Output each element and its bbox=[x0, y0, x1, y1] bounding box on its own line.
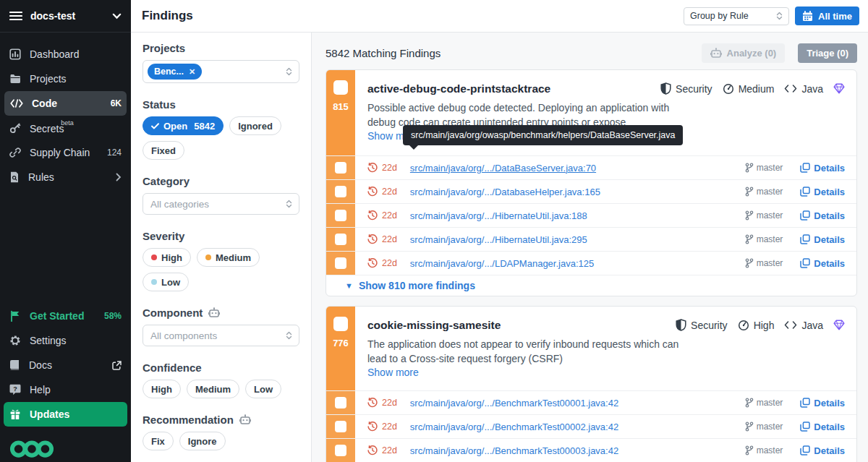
row-checkbox[interactable] bbox=[335, 257, 346, 269]
branch-label: master bbox=[745, 234, 783, 244]
severity-high-pill[interactable]: High bbox=[142, 248, 191, 267]
rule-name[interactable]: cookie-missing-samesite bbox=[367, 319, 676, 332]
details-link[interactable]: Details bbox=[800, 234, 845, 245]
key-icon bbox=[9, 122, 21, 134]
triage-button[interactable]: Triage (0) bbox=[798, 43, 857, 63]
branch-label: master bbox=[745, 258, 783, 268]
finding-file-link[interactable]: src/main/java/org/.../BenchmarkTest00003… bbox=[410, 445, 741, 456]
row-checkbox[interactable] bbox=[335, 421, 346, 432]
language-tag[interactable]: Java bbox=[784, 320, 823, 331]
details-link[interactable]: Details bbox=[800, 163, 845, 174]
rule-name[interactable]: active-debug-code-printstacktrace bbox=[367, 82, 660, 95]
sidebar-item-docs[interactable]: Docs bbox=[0, 353, 131, 377]
gem-pro-icon[interactable] bbox=[833, 320, 845, 330]
sidebar-item-updates[interactable]: Updates bbox=[4, 402, 127, 427]
sidebar-item-supply-chain[interactable]: Supply Chain 124 bbox=[0, 140, 131, 165]
sidebar-item-secrets[interactable]: Secrets beta bbox=[0, 116, 131, 140]
select-chevrons-icon bbox=[286, 67, 292, 76]
sidebar: docs-test Dashboard Projects Code 6K Sec… bbox=[0, 0, 131, 462]
severity-tag[interactable]: Medium bbox=[723, 83, 775, 95]
chevron-down-icon[interactable] bbox=[112, 13, 122, 20]
status-ignored-pill[interactable]: Ignored bbox=[229, 116, 281, 135]
row-checkbox[interactable] bbox=[335, 186, 346, 197]
row-checkbox[interactable] bbox=[335, 162, 346, 174]
finding-file-link[interactable]: src/main/java/org/.../HibernateUtil.java… bbox=[410, 210, 741, 221]
recommendation-fix-pill[interactable]: Fix bbox=[142, 432, 174, 450]
finding-file-link[interactable]: src/main/java/org/.../BenchmarkTest00001… bbox=[410, 398, 741, 408]
status-fixed-pill[interactable]: Fixed bbox=[142, 141, 184, 160]
gift-icon bbox=[9, 408, 21, 420]
sidebar-item-help[interactable]: ? Help bbox=[0, 377, 131, 402]
finding-file-link[interactable]: src/main/java/org/.../BenchmarkTest00002… bbox=[410, 422, 741, 432]
semgrep-logo[interactable] bbox=[9, 438, 131, 460]
show-more-findings[interactable]: ▼ Show 810 more findings bbox=[326, 275, 856, 296]
branch-label: master bbox=[745, 422, 783, 432]
confidence-high-pill[interactable]: High bbox=[142, 380, 181, 398]
details-link[interactable]: Details bbox=[800, 445, 845, 456]
recommendation-ignore-pill[interactable]: Ignore bbox=[179, 432, 226, 450]
filter-panel: Projects Benc...✕ Status Open5842 Ignore… bbox=[131, 33, 312, 462]
group-checkbox[interactable] bbox=[333, 317, 348, 331]
gem-pro-icon[interactable] bbox=[833, 83, 845, 94]
finding-file-link[interactable]: src/main/java/org/.../DatabaseHelper.jav… bbox=[410, 187, 741, 197]
finding-file-link[interactable]: src/main/java/org/.../DataBaseServer.jav… bbox=[410, 163, 741, 174]
svg-text:?: ? bbox=[13, 385, 17, 393]
sidebar-item-settings[interactable]: Settings bbox=[0, 328, 131, 353]
finding-file-link[interactable]: src/main/java/org/.../LDAPManager.java:1… bbox=[410, 258, 741, 269]
severity-medium-pill[interactable]: Medium bbox=[197, 248, 260, 267]
category-tag[interactable]: Security bbox=[660, 82, 712, 95]
window-details-icon bbox=[800, 187, 810, 197]
analyze-button[interactable]: Analyze (0) bbox=[702, 43, 786, 63]
group-by-value: Group by Rule bbox=[690, 11, 772, 21]
time-range-button[interactable]: All time bbox=[795, 7, 859, 25]
folder-icon bbox=[9, 73, 21, 85]
help-bubble-icon: ? bbox=[9, 384, 21, 395]
row-checkbox[interactable] bbox=[335, 445, 346, 456]
status-open-pill[interactable]: Open5842 bbox=[142, 116, 224, 135]
language-tag[interactable]: Java bbox=[784, 83, 823, 95]
confidence-medium-pill[interactable]: Medium bbox=[187, 380, 239, 398]
history-clock-icon bbox=[367, 210, 378, 221]
confidence-low-pill[interactable]: Low bbox=[245, 380, 281, 398]
filter-component: Component All components bbox=[142, 306, 299, 346]
finding-count: 776 bbox=[333, 338, 349, 348]
details-link[interactable]: Details bbox=[800, 258, 845, 269]
sidebar-item-rules[interactable]: Rules bbox=[0, 165, 131, 189]
findings-page: docs-test Dashboard Projects Code 6K Sec… bbox=[0, 0, 868, 462]
details-link[interactable]: Details bbox=[800, 398, 845, 408]
details-link[interactable]: Details bbox=[800, 210, 845, 221]
details-link[interactable]: Details bbox=[800, 422, 845, 432]
component-placeholder: All components bbox=[148, 330, 281, 341]
sidebar-item-label: Rules bbox=[28, 171, 107, 183]
component-select[interactable]: All components bbox=[142, 325, 299, 346]
project-chip[interactable]: Benc...✕ bbox=[148, 64, 202, 80]
group-by-select[interactable]: Group by Rule bbox=[684, 7, 789, 25]
rules-doc-icon bbox=[9, 171, 20, 183]
category-select[interactable]: All categories bbox=[142, 193, 299, 215]
row-checkbox[interactable] bbox=[335, 397, 346, 408]
sidebar-item-get-started[interactable]: Get Started 58% bbox=[0, 304, 131, 328]
show-more-link[interactable]: Show more bbox=[367, 367, 419, 378]
severity-low-pill[interactable]: Low bbox=[142, 273, 189, 291]
row-checkbox[interactable] bbox=[335, 234, 346, 245]
group-checkbox[interactable] bbox=[333, 80, 348, 95]
category-tag[interactable]: Security bbox=[676, 319, 728, 331]
details-link[interactable]: Details bbox=[800, 187, 845, 197]
rule-description: The application does not appear to verif… bbox=[367, 337, 694, 366]
finding-row: 22d src/main/java/org/.../DataBaseServer… bbox=[326, 155, 856, 179]
sidebar-item-dashboard[interactable]: Dashboard bbox=[0, 42, 131, 67]
finding-row: 22d src/main/java/org/.../LDAPManager.ja… bbox=[326, 251, 856, 275]
row-checkbox[interactable] bbox=[335, 210, 346, 221]
hamburger-menu-icon[interactable] bbox=[9, 11, 22, 21]
projects-select[interactable]: Benc...✕ bbox=[142, 60, 299, 83]
severity-tag[interactable]: High bbox=[738, 320, 775, 331]
finding-file-link[interactable]: src/main/java/org/.../HibernateUtil.java… bbox=[410, 234, 741, 245]
row-select-strip bbox=[326, 204, 355, 227]
filter-severity: Severity High Medium Low bbox=[142, 229, 299, 291]
history-clock-icon bbox=[367, 163, 378, 173]
org-switcher[interactable]: docs-test bbox=[0, 0, 131, 33]
history-clock-icon bbox=[367, 398, 378, 408]
remove-chip-icon[interactable]: ✕ bbox=[189, 67, 195, 77]
sidebar-item-projects[interactable]: Projects bbox=[0, 67, 131, 91]
sidebar-item-code[interactable]: Code 6K bbox=[4, 91, 127, 116]
